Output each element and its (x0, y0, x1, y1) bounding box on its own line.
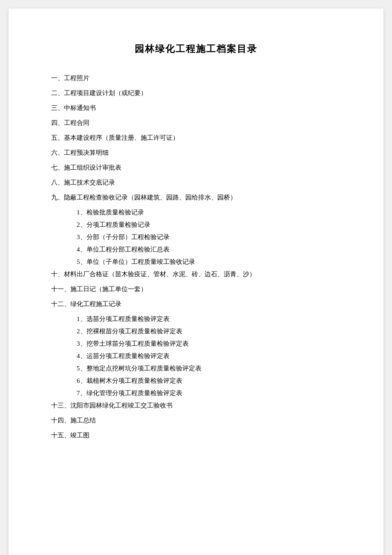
section-item-s9: 九、隐蔽工程检查验收记录（园林建筑、园路、园给排水、园桥） (51, 192, 341, 203)
section-item-s9-1: 1、检验批质量检验记录 (51, 207, 341, 218)
section-item-s4: 四、工程合同 (51, 117, 341, 129)
document-title: 园林绿化工程施工档案目录 (51, 43, 341, 55)
section-item-s3: 三、中标通知书 (51, 102, 341, 114)
content-list: 一、工程照片二、工程项目建设计划（或纪要）三、中标通知书四、工程合同五、基本建设… (51, 72, 341, 441)
section-item-s7: 七、施工组织设计审批表 (51, 162, 341, 173)
section-item-s5: 五、基本建设程序（质量注册、施工许可证） (51, 132, 341, 144)
section-item-s9-5: 5、单位（子单位）工程质量竣工验收记录 (51, 256, 341, 268)
section-item-s15: 十五、竣工图 (51, 430, 341, 441)
section-item-s12-1: 1、选苗分项工程质量检验评定表 (51, 313, 341, 325)
section-item-s12-7: 7、绿化管理分项工程质量检验评定表 (51, 387, 341, 399)
document-page: 园林绿化工程施工档案目录 一、工程照片二、工程项目建设计划（或纪要）三、中标通知… (9, 9, 383, 555)
section-item-s9-3: 3、分部（子分部）工程检验记录 (51, 231, 341, 243)
section-item-s12-2: 2、挖裸根苗分项工程质量检验评定表 (51, 326, 341, 337)
section-item-s13: 十三、沈阳市园林绿化工程竣工交工验收书 (51, 400, 341, 411)
section-item-s12-3: 3、挖带土球苗分项工程质量检验评定表 (51, 338, 341, 350)
section-item-s12-6: 6、栽植树木分项工程质量检验评定表 (51, 375, 341, 387)
section-item-s11: 十一、施工日记（施工单位一套） (51, 283, 341, 295)
section-item-s8: 八、施工技术交底记录 (51, 177, 341, 188)
section-item-s9-2: 2、分项工程质量检验记录 (51, 219, 341, 231)
section-item-s10: 十、材料出厂合格证（苗木验疫证、管材、水泥、砖、边石、沥青、沙） (51, 269, 341, 280)
section-item-s1: 一、工程照片 (51, 72, 341, 84)
section-item-s6: 六、工程预决算明细 (51, 147, 341, 159)
section-item-s14: 十四、施工总结 (51, 415, 341, 426)
section-item-s12: 十二、绿化工程施工记录 (51, 298, 341, 310)
section-item-s2: 二、工程项目建设计划（或纪要） (51, 87, 341, 99)
section-item-s9-4: 4、单位工程分部工程检验汇总表 (51, 244, 341, 255)
section-item-s12-5: 5、整地定点挖树坑分项工程质量检验评定表 (51, 363, 341, 374)
section-item-s12-4: 4、运苗分项工程质量检验评定表 (51, 350, 341, 362)
